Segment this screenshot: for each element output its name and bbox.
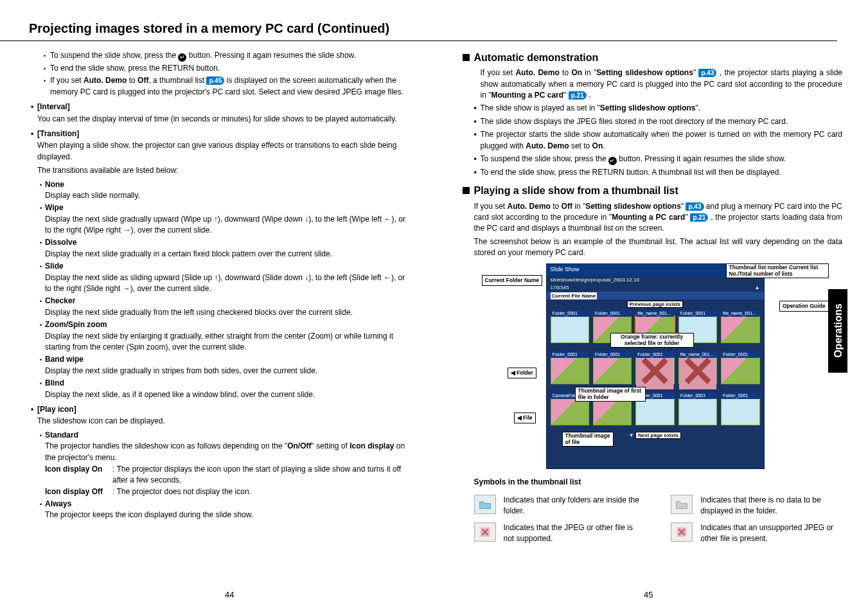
page-ref-45: p.45 [206, 76, 224, 85]
sym-text-2: Indicates that the JPEG or other file is… [504, 522, 646, 545]
thumb-note: The screenshot below is an example of th… [463, 236, 843, 259]
bullet-suspend: To suspend the slide show, press the ↵ b… [31, 50, 411, 62]
auto-bp4: To suspend the slide show, press the ↵ b… [463, 154, 843, 165]
blind-body: Display the next slide, as if it opened … [31, 389, 411, 400]
blind-head: Blind [31, 378, 411, 389]
bandwipe-body: Display the next slide gradually in stri… [31, 366, 411, 377]
thumb-folder: Folder_0001 [678, 398, 717, 425]
page-number-left: 44 [225, 589, 234, 601]
auto-demo-heading: Automatic demonstration [463, 50, 843, 65]
page-ref-21a: p.21 [569, 91, 587, 100]
playicon-head: [Play icon] [31, 404, 411, 415]
unsupported-present-icon [671, 522, 693, 542]
page-ref-43b: p.43 [686, 202, 704, 211]
dissolve-body: Display the next slide gradually in a ce… [31, 249, 411, 260]
page-title: Projecting images stored in a memory PC … [0, 0, 837, 41]
none-head: None [31, 179, 411, 190]
enter-icon: ↵ [178, 53, 186, 62]
transition-body: When playing a slide show, the projector… [31, 140, 411, 163]
thumb-bad: Folder_0001 [635, 357, 674, 384]
interval-body: You can set the display interval of time… [31, 114, 411, 125]
sym-text-1: Indicates that only folders are inside t… [504, 495, 646, 517]
slide-head: Slide [31, 261, 411, 272]
bullet-autodemo-off: If you set Auto. Demo to Off, a thumbnai… [31, 75, 411, 98]
wipe-head: Wipe [31, 202, 411, 213]
transition-body2: The transitions available are listed bel… [31, 165, 411, 176]
sym-text-4: Indicates that an unsupported JPEG or ot… [700, 522, 842, 545]
label-op-guide: Operation Guide [779, 301, 829, 311]
thumb-folder: Folder_0001 [551, 316, 589, 343]
thumbnail-figure: Slide Show slideshow/design/proposal_200… [488, 263, 822, 469]
playicon-body: The slideshow icon can be displayed. [31, 416, 411, 427]
bullet-end: To end the slide show, press the RETURN … [31, 63, 411, 74]
label-thumb-first: Thumbnail image of first file in folder [575, 387, 646, 402]
auto-demo-intro: If you set Auto. Demo to On in "Setting … [463, 67, 843, 101]
thumb-intro: If you set Auto. Demo to Off in "Setting… [463, 201, 843, 235]
thumb-file: CameraFolder [551, 398, 589, 425]
bandwipe-head: Band wipe [31, 354, 411, 365]
auto-bp2: The slide show displays the JPEG files s… [463, 116, 843, 127]
left-column: To suspend the slide show, press the ↵ b… [31, 50, 411, 549]
page-number-right: 45 [644, 589, 653, 601]
thumb-file: file_name_001... [721, 316, 759, 343]
page-ref-43a: p.43 [698, 69, 716, 77]
symbols-heading: Symbols in the thumbnail list [474, 477, 843, 488]
right-column: Automatic demonstration If you set Auto.… [463, 50, 843, 549]
sym-text-3: Indicates that there is no data to be di… [700, 495, 842, 517]
folder-only-icon [474, 495, 496, 514]
thumb-file: Folder_0001 [593, 398, 632, 425]
auto-bp1: The slide show is played as set in "Sett… [463, 103, 843, 114]
wipe-body: Display the next slide gradually upward … [31, 214, 411, 236]
empty-folder-icon [671, 495, 693, 514]
label-folder: ◀ Folder [508, 368, 536, 378]
checker-head: Checker [31, 296, 411, 306]
standard-body: The projector handles the slideshow icon… [31, 441, 411, 463]
auto-bp5: To end the slide show, press the RETURN … [463, 167, 843, 178]
page-ref-21b: p.21 [690, 213, 708, 222]
zoom-head: Zoom/Spin zoom [31, 319, 411, 330]
icon-display-defs: Icon display On: The projector displays … [31, 464, 411, 497]
transition-head: [Transition] [31, 129, 411, 139]
always-head: Always [31, 499, 411, 510]
label-thumb-number: Thumbnail list number Current list No./T… [726, 263, 829, 278]
thumb-folder: Folder_0001 [635, 398, 674, 425]
thumb-file: Folder_0001 [593, 357, 632, 384]
label-current-folder: Current Folder Name [482, 275, 543, 285]
symbols-grid: Indicates that only folders are inside t… [463, 495, 843, 550]
always-body: The projector keeps the icon displayed d… [31, 510, 411, 520]
thumb-folder: Folder_0001 [721, 398, 759, 425]
auto-bp3: The projector starts the slide show auto… [463, 129, 843, 152]
unsupported-file-icon [474, 522, 496, 542]
label-file: ◀ File [514, 413, 536, 423]
slide-body: Display the next slide as sliding upward… [31, 272, 411, 295]
label-thumb-file: Thumbnail image of file [562, 432, 614, 447]
enter-icon: ↵ [608, 157, 617, 165]
dissolve-head: Dissolve [31, 237, 411, 248]
label-orange-frame: Orange frame: currently selected file or… [610, 333, 694, 348]
interval-head: [Interval] [31, 102, 411, 112]
thumb-bad: file_name_001... [678, 357, 717, 384]
thumb-file: Folder_0001 [721, 357, 759, 384]
none-body: Display each slide normally. [31, 190, 411, 201]
checker-body: Display the next slide gradually from th… [31, 307, 411, 318]
standard-head: Standard [31, 430, 411, 441]
thumb-file: Folder_0001 [551, 357, 589, 384]
side-tab-operations: Operations [828, 289, 847, 373]
thumb-heading: Playing a slide show from a thumbnail li… [463, 183, 843, 198]
zoom-body: Display the next slide by enlarging it g… [31, 331, 411, 353]
